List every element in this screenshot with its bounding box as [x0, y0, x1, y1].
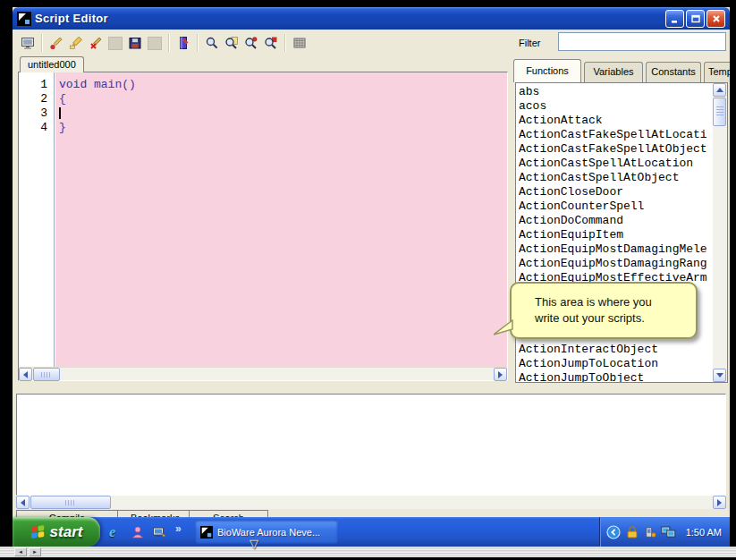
line-number-gutter: 1 2 3 4 — [19, 72, 55, 367]
start-button[interactable]: start — [13, 517, 100, 547]
script-editor-app-icon — [200, 526, 213, 539]
hide-icons-chevron-icon[interactable] — [606, 525, 621, 539]
arrow-right-icon — [717, 499, 722, 506]
tooltip-text-line2: write out your scripts. — [535, 310, 689, 327]
toolbar-separator — [284, 34, 286, 52]
compile-book-icon — [176, 36, 190, 50]
scroll-left-button[interactable] — [16, 496, 30, 509]
pencil-yellow-toolbar-button[interactable] — [66, 33, 86, 53]
arrow-left-icon — [23, 371, 28, 378]
output-panel — [16, 394, 726, 496]
scrollbar-thumb[interactable] — [33, 368, 60, 381]
toolbar-separator — [41, 34, 43, 52]
player-prev-button[interactable]: ◄ — [14, 547, 27, 556]
pencil-red-toolbar-button[interactable] — [47, 33, 66, 53]
scroll-down-button[interactable] — [713, 369, 726, 382]
scrollbar-thumb[interactable] — [713, 98, 726, 126]
pencil-x-toolbar-button[interactable] — [86, 33, 106, 53]
find-next-toolbar-button[interactable] — [241, 33, 261, 53]
function-list-item[interactable]: ActionJumpToObject — [519, 371, 712, 383]
filter-input[interactable] — [558, 32, 726, 51]
function-list-item[interactable]: ActionCloseDoor — [519, 185, 712, 199]
taskbar-task-bioware-aurora[interactable]: BioWare Aurora Neve... — [195, 521, 338, 544]
list-vertical-scrollbar[interactable] — [713, 83, 727, 382]
tutorial-tooltip: This area is where you write out your sc… — [510, 282, 698, 339]
player-strip: ◄ ► — [0, 547, 736, 557]
tab-templates[interactable]: Templates — [704, 62, 730, 82]
close-button[interactable] — [706, 10, 725, 28]
editor-tab-untitled000[interactable]: untitled000 — [20, 56, 84, 72]
scroll-left-button[interactable] — [19, 368, 32, 381]
player-next-button[interactable]: ► — [29, 547, 41, 556]
script-editor-app-icon — [17, 12, 31, 26]
tooltip-text-line1: This area is where you — [535, 294, 689, 310]
quicklaunch-messenger[interactable] — [131, 517, 145, 547]
function-list-item[interactable]: ActionInteractObject — [519, 343, 712, 357]
tab-search-results[interactable]: Search Results — [190, 510, 268, 517]
function-list-item[interactable]: ActionJumpToLocation — [519, 357, 712, 371]
tab-functions[interactable]: Functions — [513, 59, 581, 82]
line-number: 1 — [19, 78, 54, 92]
function-list-item[interactable]: ActionDoCommand — [519, 214, 712, 228]
quicklaunch-internet-explorer[interactable]: e — [109, 517, 115, 547]
minimize-icon — [669, 13, 681, 25]
function-list-item[interactable]: abs — [519, 85, 712, 99]
network-icon[interactable] — [661, 525, 676, 539]
editor-horizontal-scrollbar[interactable] — [19, 367, 507, 380]
output-horizontal-scrollbar[interactable] — [16, 496, 726, 509]
function-list-item[interactable]: ActionEquipItem — [519, 228, 712, 242]
toolbar — [13, 30, 513, 56]
function-list-item[interactable]: ActionCastSpellAtLocation — [519, 157, 712, 171]
close-icon — [710, 13, 723, 25]
compile-toolbar-button[interactable] — [173, 33, 193, 53]
line-number: 4 — [19, 121, 54, 135]
find-in-doc-toolbar-button[interactable] — [222, 33, 241, 53]
filter-label: Filter — [519, 38, 540, 48]
quicklaunch-show-desktop[interactable] — [152, 517, 166, 547]
arrow-right-icon — [498, 371, 503, 378]
save-toolbar-button[interactable] — [125, 33, 145, 53]
magnifier-red-icon — [244, 36, 258, 50]
code-text-area[interactable]: void main() { } — [55, 72, 507, 367]
maximize-button[interactable] — [686, 10, 705, 28]
minimize-button[interactable] — [665, 10, 684, 28]
titlebar[interactable]: Script Editor — [13, 7, 730, 30]
quicklaunch-overflow[interactable]: » — [175, 513, 182, 543]
tab-constants[interactable]: Constants — [646, 62, 701, 82]
function-list-item[interactable]: ActionCastFakeSpellAtObject — [519, 142, 712, 157]
code-editor: 1 2 3 4 void main() { } — [18, 72, 508, 381]
next-icon: ► — [32, 549, 38, 555]
arrow-left-icon — [21, 499, 25, 506]
lock-icon[interactable] — [625, 525, 639, 539]
taskbar: start e » BioWare Aurora Neve.. — [13, 517, 730, 547]
save-disk-icon — [128, 36, 142, 50]
show-desktop-icon — [152, 525, 166, 539]
start-button-label: start — [50, 523, 83, 541]
function-list-item[interactable]: ActionCounterSpell — [519, 199, 712, 214]
function-list-item[interactable]: ActionAttack — [519, 114, 712, 128]
text-caret — [59, 107, 61, 119]
function-list-item[interactable]: ActionEquipMostDamagingMele — [519, 242, 712, 257]
maximize-icon — [689, 13, 702, 25]
arrow-up-icon — [716, 88, 723, 92]
monitor-toolbar-button[interactable] — [18, 33, 38, 53]
replace-toolbar-button[interactable] — [261, 33, 281, 53]
scroll-right-button[interactable] — [713, 496, 726, 509]
function-list-item[interactable]: acos — [519, 99, 712, 114]
find-toolbar-button[interactable] — [202, 33, 222, 53]
tab-variables[interactable]: Variables — [584, 62, 643, 82]
function-list-item[interactable]: ActionCastFakeSpellAtLocati — [519, 128, 712, 142]
code-keyword: void — [59, 78, 87, 91]
pencil-x-icon — [89, 36, 103, 50]
grid-toolbar-button[interactable] — [290, 33, 309, 53]
scroll-up-button[interactable] — [713, 83, 726, 97]
device-icon[interactable] — [644, 526, 656, 539]
function-list-item[interactable]: ActionCastSpellAtObject — [519, 171, 712, 185]
window-title: Script Editor — [35, 12, 108, 25]
scrollbar-thumb[interactable] — [30, 496, 111, 509]
timeline-marker[interactable]: ▽ — [250, 537, 258, 550]
function-list-item[interactable]: ActionEquipMostDamagingRang — [519, 257, 712, 271]
tab-compile[interactable]: Compile — [16, 510, 118, 517]
scroll-right-button[interactable] — [494, 368, 507, 381]
screen: Script Editor — [0, 0, 736, 560]
